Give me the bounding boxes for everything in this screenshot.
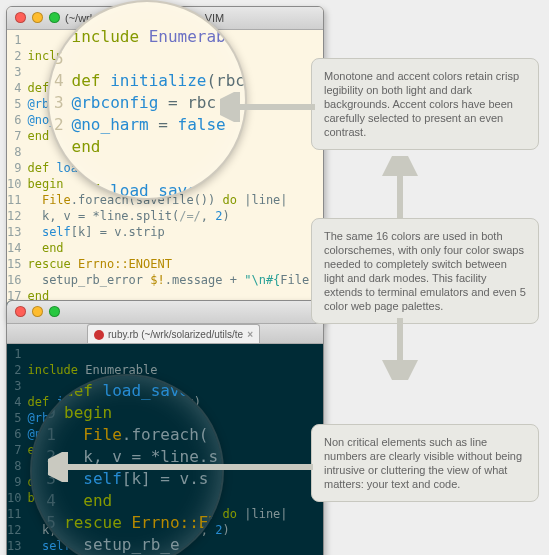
gutter-text: 1 2 3 4 5 6 7 8 9 10 11 12 13 14 15 16 [7, 347, 21, 555]
tab-ruby[interactable]: ruby.rb (~/wrk/solarized/utils/te × [87, 324, 260, 343]
zoom-lens-light: 7 6 5 4 3 2 include Enumerab def initial… [47, 0, 247, 200]
note-text: Non critical elements such as line numbe… [324, 436, 522, 490]
zoom-lens-dark: 8 9 1 2 3 4 5 6 def load_savef begin Fil… [30, 374, 224, 555]
note-text: Monotone and accent colors retain crisp … [324, 70, 519, 138]
note-text: The same 16 colors are used in both colo… [324, 230, 526, 312]
note-swaps: The same 16 colors are used in both colo… [311, 218, 539, 324]
arrow-icon [370, 156, 430, 226]
zoom-icon[interactable] [49, 306, 60, 317]
note-contrast: Monotone and accent colors retain crisp … [311, 58, 539, 150]
close-icon[interactable] [15, 306, 26, 317]
gutter-text: 1 2 3 4 5 6 7 8 9 10 11 12 13 14 15 16 1… [7, 33, 21, 319]
tab-label: ruby.rb (~/wrk/solarized/utils/te [108, 329, 243, 340]
tab-close-icon[interactable]: × [247, 329, 253, 340]
lens-code-dark: def load_savef begin File.foreach( k, v … [64, 380, 218, 555]
gutter-light: 1 2 3 4 5 6 7 8 9 10 11 12 13 14 15 16 1… [7, 30, 27, 322]
close-icon[interactable] [15, 12, 26, 23]
minimize-icon[interactable] [32, 12, 43, 23]
note-linenumbers: Non critical elements such as line numbe… [311, 424, 539, 502]
window-controls [15, 12, 60, 23]
window-controls [15, 306, 60, 317]
gutter-dark: 1 2 3 4 5 6 7 8 9 10 11 12 13 14 15 16 [7, 344, 27, 555]
minimize-icon[interactable] [32, 306, 43, 317]
zoom-icon[interactable] [49, 12, 60, 23]
window-titlebar-dark [7, 301, 323, 324]
ruby-icon [94, 330, 104, 340]
tab-row: ruby.rb (~/wrk/solarized/utils/te × [7, 324, 323, 344]
